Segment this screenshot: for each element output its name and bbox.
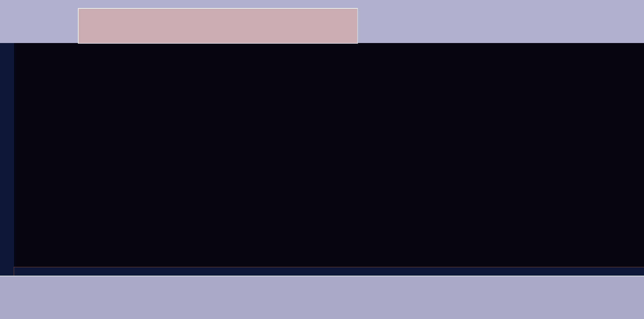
toolbar-page bbox=[78, 8, 358, 44]
ruler-corner bbox=[0, 267, 14, 276]
top-toolbar bbox=[0, 0, 644, 43]
app-window bbox=[0, 0, 644, 319]
ruler-vertical bbox=[0, 43, 14, 267]
drawing-canvas[interactable] bbox=[14, 43, 644, 267]
nested-parts-drawing bbox=[14, 43, 644, 267]
ruler-horizontal bbox=[0, 267, 644, 276]
machine-control-panel bbox=[0, 276, 644, 319]
